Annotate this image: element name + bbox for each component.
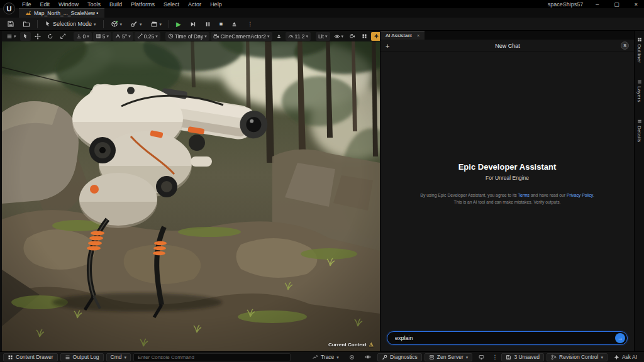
console-command-input[interactable] <box>133 353 291 361</box>
clapperboard-icon <box>150 20 158 28</box>
menu-file[interactable]: File <box>18 1 36 8</box>
show-flags-dropdown[interactable]: ▾ <box>331 32 347 41</box>
chevron-down-icon: ▾ <box>140 22 142 26</box>
eject-pilot-button[interactable] <box>274 32 284 41</box>
add-actor-button[interactable]: ▾ <box>108 19 126 30</box>
grid-snap-dropdown[interactable]: 5 ▾ <box>93 32 111 41</box>
menu-tools[interactable]: Tools <box>83 1 105 8</box>
maximize-icon[interactable]: ▢ <box>611 1 622 8</box>
stop-button[interactable]: ■ <box>216 19 226 30</box>
cmd-dropdown[interactable]: Cmd ▾ <box>106 353 131 361</box>
scale-tool-button[interactable] <box>57 32 69 41</box>
layers-label: Layers <box>636 86 642 102</box>
skip-icon <box>189 21 196 28</box>
output-log-label: Output Log <box>73 354 99 360</box>
ellipsis-icon: ⋮ <box>246 21 254 27</box>
close-icon[interactable]: × <box>417 33 420 38</box>
terms-link[interactable]: Terms <box>518 193 530 197</box>
privacy-policy-link[interactable]: Privacy Policy <box>567 193 593 197</box>
eject-icon <box>231 21 238 28</box>
menu-actor[interactable]: Actor <box>184 1 206 8</box>
screenshot-button[interactable] <box>347 32 358 41</box>
wrench-icon <box>382 354 387 360</box>
visibility-button[interactable] <box>361 353 375 361</box>
content-browser-button[interactable] <box>19 19 33 30</box>
chevron-down-icon: ▾ <box>601 355 603 359</box>
active-highlight-toggle[interactable] <box>371 32 380 41</box>
insights-button[interactable] <box>345 353 358 361</box>
skip-button[interactable] <box>186 19 199 30</box>
selection-mode-label: Selection Mode <box>53 21 92 27</box>
level-tab[interactable]: Map_North_..._ScaleNew • <box>19 8 104 18</box>
blueprints-button[interactable]: ▾ <box>127 19 145 30</box>
chevron-down-icon: ▾ <box>125 355 127 359</box>
trace-icon <box>313 354 318 360</box>
sparkle-icon <box>614 354 619 360</box>
more-options-button[interactable]: ⋮ <box>491 354 499 360</box>
stop-icon: ■ <box>219 21 223 27</box>
diagnostics-label: Diagnostics <box>390 354 418 360</box>
avatar[interactable]: S <box>621 41 629 50</box>
move-tool-button[interactable] <box>32 32 43 41</box>
pause-button[interactable] <box>201 19 214 30</box>
revision-control-dropdown[interactable]: Revision Control ▾ <box>547 353 608 361</box>
main-toolbar: Selection Mode ▾ ▾ ▾ ▾ ▶ ■ ⋮ <box>0 18 644 31</box>
unsaved-button[interactable]: 3 Unsaved <box>501 353 544 361</box>
menu-help[interactable]: Help <box>206 1 226 8</box>
menu-select[interactable]: Select <box>159 1 184 8</box>
eject-button[interactable] <box>228 19 241 30</box>
viewport-options-button[interactable]: ▾ <box>4 32 19 41</box>
menu-build[interactable]: Build <box>105 1 126 8</box>
trace-label: Trace <box>321 354 334 360</box>
unreal-logo[interactable]: U <box>3 3 15 14</box>
diagnostics-button[interactable]: Diagnostics <box>377 353 422 361</box>
save-button[interactable] <box>4 19 18 30</box>
menu-window[interactable]: Window <box>54 1 83 8</box>
selection-mode-dropdown[interactable]: Selection Mode ▾ <box>42 19 99 30</box>
rotate-tool-button[interactable] <box>45 32 56 41</box>
content-drawer-label: Content Drawer <box>16 354 53 360</box>
side-tab-layers[interactable]: Layers <box>636 79 642 102</box>
play-options-button[interactable]: ⋮ <box>243 19 257 30</box>
zen-server-dropdown[interactable]: Zen Server ▾ <box>425 353 473 361</box>
perspective-dropdown[interactable]: Time of Day ▾ <box>165 32 209 41</box>
cinematics-button[interactable]: ▾ <box>147 19 165 30</box>
ai-panel-tab-row: AI Assistant × <box>380 31 634 40</box>
minimize-icon[interactable]: – <box>593 1 601 8</box>
output-log-button[interactable]: Output Log <box>60 353 104 361</box>
menu-edit[interactable]: Edit <box>36 1 55 8</box>
trace-dropdown[interactable]: Trace ▾ <box>309 353 343 361</box>
main-area: ▾ 0 ▾ 5 ▾ 5° ▾ 0. <box>0 31 644 351</box>
level-viewport[interactable]: ▾ 0 ▾ 5 ▾ 5° ▾ 0. <box>2 31 380 351</box>
close-icon[interactable]: × <box>632 1 640 8</box>
surface-snap-dropdown[interactable]: 0 ▾ <box>74 32 92 41</box>
ai-chat-input[interactable] <box>387 332 627 344</box>
session-frontend-button[interactable] <box>475 353 488 361</box>
chat-title[interactable]: New Chat <box>394 43 621 49</box>
project-name: spaceShips57 <box>548 1 584 8</box>
grid-snap-value: 5 <box>103 33 106 40</box>
view-mode-dropdown[interactable]: Lit ▾ <box>316 32 330 41</box>
side-tab-details[interactable]: Details <box>636 119 642 143</box>
eye-icon <box>334 33 340 40</box>
camera-speed-value: 11.2 <box>295 33 305 40</box>
play-button[interactable]: ▶ <box>173 19 184 30</box>
content-drawer-button[interactable]: Content Drawer <box>3 353 58 361</box>
rotate-icon <box>47 33 53 40</box>
ask-ai-button[interactable]: Ask AI <box>610 353 641 361</box>
ai-assistant-tab[interactable]: AI Assistant × <box>380 31 425 40</box>
clock-icon <box>168 33 174 39</box>
camera-speed-dropdown[interactable]: 11.2 ▾ <box>286 32 311 41</box>
rotation-snap-dropdown[interactable]: 5° ▾ <box>113 32 133 41</box>
bookmarks-button[interactable] <box>359 32 370 41</box>
new-chat-button[interactable]: + <box>386 42 394 50</box>
select-tool-button[interactable] <box>20 32 31 41</box>
camera-icon <box>350 33 355 39</box>
scale-snap-dropdown[interactable]: 0.25 ▾ <box>135 32 160 41</box>
disclaimer-text: . <box>593 193 594 197</box>
side-tab-outliner[interactable]: Outliner <box>636 37 642 63</box>
send-button[interactable]: → <box>615 333 625 343</box>
menu-platforms[interactable]: Platforms <box>126 1 159 8</box>
move-icon <box>35 33 41 40</box>
camera-dropdown[interactable]: CineCameraActor2 ▾ <box>211 32 272 41</box>
